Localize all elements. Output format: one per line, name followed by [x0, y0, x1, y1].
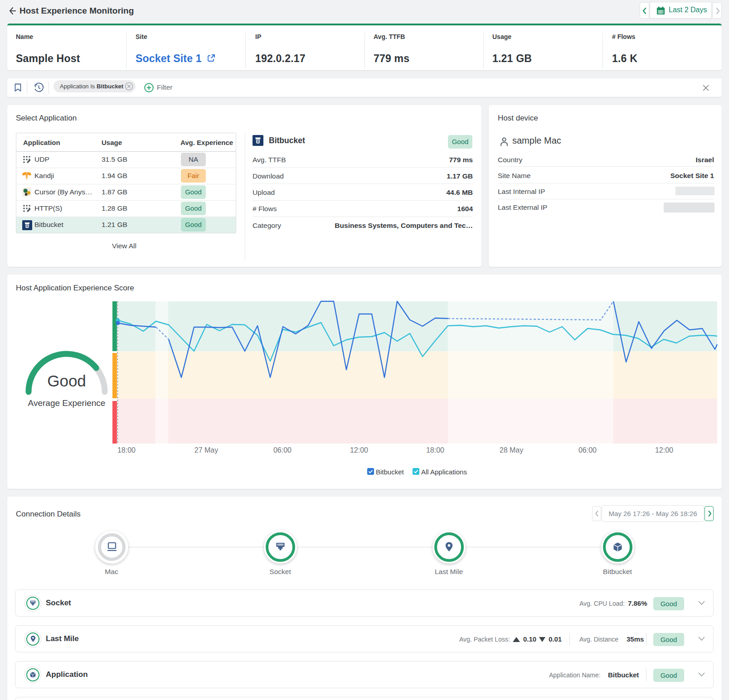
svg-text:Good: Good: [47, 372, 86, 390]
svg-text:Average Experience: Average Experience: [28, 398, 106, 408]
